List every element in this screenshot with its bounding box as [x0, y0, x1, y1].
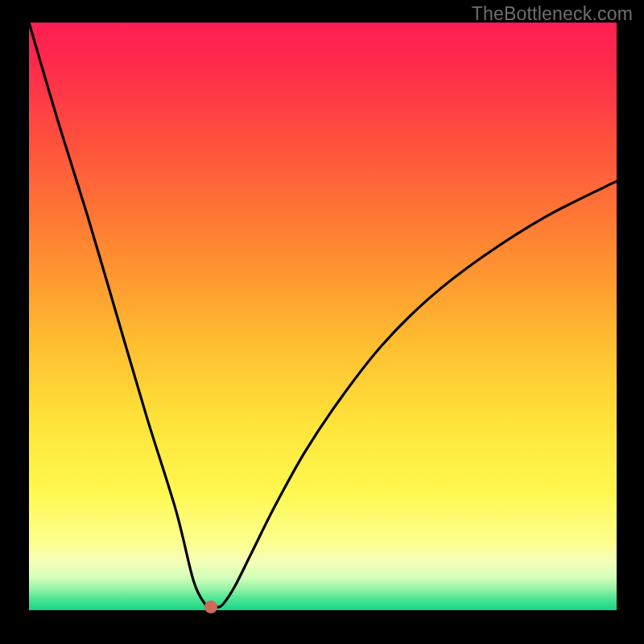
chart-frame: TheBottleneck.com	[0, 0, 644, 644]
bottleneck-curve	[29, 23, 617, 610]
watermark-text: TheBottleneck.com	[472, 3, 633, 25]
optimum-marker	[204, 601, 217, 613]
plot-area	[29, 23, 617, 610]
